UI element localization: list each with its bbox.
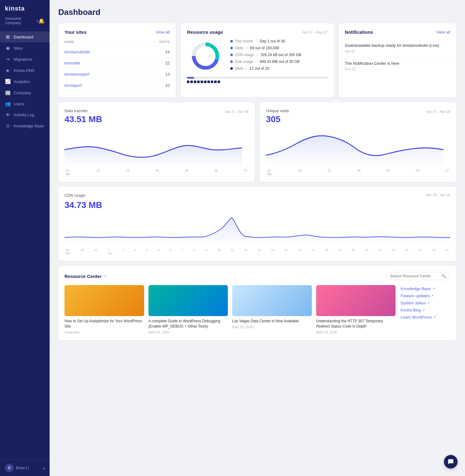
stat-label: Visits [235,46,243,50]
stat-value: 949.03 MB out of 30 GB [260,60,300,64]
site-visits: 24 [138,46,170,58]
site-link[interactable]: kinstaperf [64,83,82,88]
resource-usage-header: Resource usage Apr 27 – May 27 [187,29,327,35]
site-link[interactable]: kinstawooperf [64,72,89,77]
article-title: A complete Guide to WordPress Debugging … [148,319,228,329]
stat-label: Disk usage [235,60,253,64]
sites-col-name: NAME [64,39,138,46]
article-card[interactable]: Las Vegas Data Center is Now Available A… [232,285,312,334]
article-card[interactable]: A complete Guide to WordPress Debugging … [148,285,228,334]
sidebar-item-knowledge-base[interactable]: ⊙ Knowledge Base [0,120,50,131]
resource-stats: This month ⓘ Day 1 out of 30 Visits ⓘ 69… [230,39,327,73]
site-link[interactable]: kinstalife [64,61,80,65]
stat-dot [230,40,233,42]
article-image [64,285,144,316]
sidebar-item-label: Kinsta DNS [14,68,34,73]
bell-icon[interactable]: 🔔 [38,18,45,24]
article-card[interactable]: Understanding the HTTP 307 Temporary Red… [316,285,396,334]
chevron-up-icon[interactable]: ▴ [43,466,45,470]
avatar: B [5,464,14,472]
your-sites-header: Your sites View all [64,29,170,35]
sites-icon: ◉ [5,45,11,51]
notification-date: Apr 22 [345,49,450,53]
main-content: Dashboard Your sites View all NAME VISIT… [50,0,465,476]
sites-col-visits: VISITS [138,39,170,46]
site-visits: 22 [138,58,170,69]
resource-center-link[interactable]: System status ↗ [401,301,450,305]
notification-title: Downloadable backup ready for kinstamult… [345,43,450,48]
resource-center-title: Resource Center [64,274,102,279]
site-link[interactable]: kinstamultisite [64,50,90,54]
link-label: Kinsta Blog [401,308,421,312]
info-icon: ⓘ [246,46,249,50]
article-date: April 23, 2020 [232,325,312,329]
logo-text: kinsta [5,5,25,12]
user-info: B Brian Li [5,464,29,472]
stat-label: Sites [235,66,243,71]
table-row: kinstalife 22 [64,58,170,69]
external-icon: ↗ [432,287,435,290]
page-title: Dashboard [58,7,456,17]
external-icon: ↗ [427,301,430,305]
resource-center-content: How to Set Up Autoptimize for Your WordP… [64,285,450,334]
data-transfer-title: Data transfer [64,108,88,113]
sidebar-item-kinsta-dns[interactable]: ◈ Kinsta DNS [0,65,50,76]
data-transfer-card: Data transfer Apr 21 – Apr 28 43.51 MB 2… [58,102,255,182]
rc-links: Knowledge Base ↗ Feature updates ↗ Syste… [401,285,450,334]
notifications-card: Notifications View all Downloadable back… [339,23,456,97]
resource-center-header: Resource Center ↗ 🔍 [64,272,450,280]
company-selector[interactable]: Awesome Company ▾ 🔔 [0,15,50,29]
loading-bar [187,81,327,83]
stat-label: CDN usage [235,53,254,57]
sidebar-item-migrations[interactable]: ⇒ Migrations [0,54,50,65]
sidebar-item-analytics[interactable]: 📈 Analytics [0,76,50,87]
chat-button[interactable] [444,455,458,469]
your-sites-title: Your sites [64,29,86,35]
notification-date: Feb 12 [345,67,450,71]
unique-visits-xaxis: 21Apr 22 23 24 25 26 27 [266,169,450,176]
info-icon: ⓘ [255,60,259,64]
cdn-chart-svg [64,215,450,246]
cdn-usage-date: Mar 29 – Apr 28 [426,193,450,197]
resource-center-link[interactable]: Knowledge Base ↗ [401,286,450,291]
sidebar-item-label: Analytics [14,79,30,84]
stat-row: This month ⓘ Day 1 out of 30 [230,39,327,43]
sidebar-item-activity-log[interactable]: 👁 Activity Log [0,109,50,120]
resource-center-link[interactable]: Learn WordPress ↗ [401,315,450,320]
link-label: Feature updates [401,293,430,298]
article-date: April 24, 2020 [148,330,228,334]
resource-center-link[interactable]: Kinsta Blog ↗ [401,308,450,312]
cdn-xaxis: 29Mar 30 31 1Apr 2 3 4 5 6 7 8 9 10 11 1… [64,249,450,255]
your-sites-view-all[interactable]: View all [156,30,170,34]
stat-dot [230,67,233,70]
article-title: How to Set Up Autoptimize for Your WordP… [64,319,144,329]
sidebar: kinsta Awesome Company ▾ 🔔 ⊞ Dashboard ◉… [0,0,50,476]
sidebar-item-company[interactable]: 🏢 Company [0,87,50,98]
sidebar-item-dashboard[interactable]: ⊞ Dashboard [0,31,50,42]
cdn-usage-card: CDN usage Mar 29 – Apr 28 34.73 MB 29Mar… [58,187,456,261]
external-icon: ↗ [422,308,425,312]
link-label: Learn WordPress [401,315,432,320]
resource-center-search-box[interactable]: 🔍 [386,272,450,280]
article-title: Understanding the HTTP 307 Temporary Red… [316,319,396,329]
sidebar-item-users[interactable]: 👥 Users [0,98,50,109]
user-name: Brian Li [16,466,29,470]
notifications-view-all[interactable]: View all [436,30,450,34]
unique-visits-date: Apr 21 – Apr 28 [427,110,450,113]
unique-visits-card: Unique visits Apr 21 – Apr 28 305 21Apr … [260,102,456,182]
sidebar-footer: B Brian Li ▴ [0,460,50,476]
info-icon: ⓘ [245,66,248,71]
notifications-title: Notifications [345,29,373,35]
activity-icon: 👁 [5,112,11,117]
stat-row: CDN usage ⓘ 326.24 kB out of 200 GB [230,53,327,57]
stat-dot [230,47,233,49]
resource-center-link[interactable]: Feature updates ↗ [401,293,450,298]
article-card[interactable]: How to Set Up Autoptimize for Your WordP… [64,285,144,334]
your-sites-card: Your sites View all NAME VISITS kinstamu… [58,23,176,97]
external-icon: ↗ [431,294,434,298]
resource-inner: This month ⓘ Day 1 out of 30 Visits ⓘ 69… [187,39,327,73]
unique-visits-chart [266,129,450,166]
sidebar-item-sites[interactable]: ◉ Sites [0,42,50,54]
notifications-list: Downloadable backup ready for kinstamult… [345,39,450,75]
search-input[interactable] [390,274,440,278]
